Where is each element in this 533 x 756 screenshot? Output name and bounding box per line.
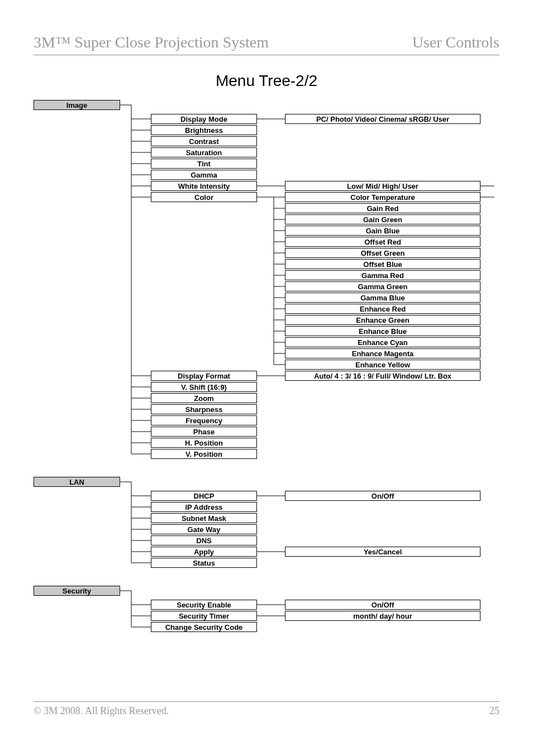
item-v-shift-16-9-: V. Shift (16:9): [151, 382, 257, 392]
footer-copyright: © 3M 2008. All Rights Reserved.: [34, 705, 169, 717]
opt-pc-photo-video-cinema-srgb-user: PC/ Photo/ Video/ Cinema/ sRGB/ User: [285, 114, 480, 124]
item-subnet-mask: Subnet Mask: [151, 513, 257, 523]
opt-offset-blue: Offset Blue: [285, 259, 480, 269]
header-right: User Controls: [412, 34, 499, 51]
item-display-format: Display Format: [151, 371, 257, 381]
section-lan: LAN: [34, 477, 120, 487]
item-security-enable: Security Enable: [151, 600, 257, 610]
header-left: 3M™ Super Close Projection System: [34, 34, 269, 51]
item-change-security-code: Change Security Code: [151, 622, 257, 632]
item-gamma: Gamma: [151, 170, 257, 180]
section-image: Image: [34, 100, 120, 110]
opt-on-off: On/Off: [285, 491, 480, 501]
opt-month-day-hour: month/ day/ hour: [285, 611, 480, 621]
opt-gamma-green: Gamma Green: [285, 281, 480, 291]
item-ip-address: IP Address: [151, 502, 257, 512]
footer-page-number: 25: [489, 705, 499, 717]
item-security-timer: Security Timer: [151, 611, 257, 621]
item-saturation: Saturation: [151, 147, 257, 157]
item-h-position: H. Position: [151, 438, 257, 448]
item-contrast: Contrast: [151, 136, 257, 146]
item-white-intensity: White Intensity: [151, 181, 257, 191]
opt-on-off: On/Off: [285, 600, 480, 610]
opt-low-mid-high-user: Low/ Mid/ High/ User: [285, 181, 480, 191]
page-title: Menu Tree-2/2: [34, 72, 499, 90]
opt-enhance-yellow: Enhance Yellow: [285, 360, 480, 370]
item-gate-way: Gate Way: [151, 524, 257, 534]
opt-offset-red: Offset Red: [285, 237, 480, 247]
menu-tree: ImageDisplay ModePC/ Photo/ Video/ Cinem…: [34, 100, 499, 650]
item-status: Status: [151, 558, 257, 568]
opt-enhance-green: Enhance Green: [285, 315, 480, 325]
opt-enhance-red: Enhance Red: [285, 304, 480, 314]
opt-gain-green: Gain Green: [285, 214, 480, 224]
item-display-mode: Display Mode: [151, 114, 257, 124]
item-dhcp: DHCP: [151, 491, 257, 501]
opt-gamma-blue: Gamma Blue: [285, 293, 480, 303]
opt-offset-green: Offset Green: [285, 248, 480, 258]
item-zoom: Zoom: [151, 393, 257, 403]
item-tint: Tint: [151, 159, 257, 169]
section-security: Security: [34, 586, 120, 596]
opt-enhance-cyan: Enhance Cyan: [285, 337, 480, 347]
opt-gain-blue: Gain Blue: [285, 226, 480, 236]
opt-gain-red: Gain Red: [285, 203, 480, 213]
page-header: 3M™ Super Close Projection System User C…: [34, 34, 499, 55]
item-sharpness: Sharpness: [151, 404, 257, 414]
opt-enhance-blue: Enhance Blue: [285, 326, 480, 336]
item-frequency: Frequency: [151, 415, 257, 425]
item-brightness: Brightness: [151, 125, 257, 135]
opt-color-temperature: Color Temperature: [285, 192, 480, 202]
item-apply: Apply: [151, 547, 257, 557]
item-color: Color: [151, 192, 257, 202]
item-phase: Phase: [151, 427, 257, 437]
opt-yes-cancel: Yes/Cancel: [285, 547, 480, 557]
item-v-position: V. Position: [151, 449, 257, 459]
item-dns: DNS: [151, 535, 257, 546]
opt-enhance-magenta: Enhance Magenta: [285, 348, 480, 358]
page-footer: © 3M 2008. All Rights Reserved. 25: [34, 701, 499, 717]
opt-gamma-red: Gamma Red: [285, 270, 480, 280]
opt-auto-4-3-16-9-full-window-ltr-box: Auto/ 4 : 3/ 16 : 9/ Full/ Window/ Ltr. …: [285, 371, 480, 381]
